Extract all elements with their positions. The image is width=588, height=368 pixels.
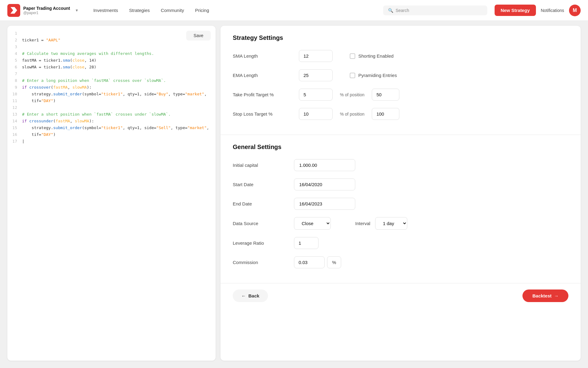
- commission-pct: %: [327, 256, 341, 268]
- notifications-button[interactable]: Notifications: [541, 8, 564, 13]
- commission-row: Commission %: [233, 256, 568, 268]
- code-line: 11 tif="DAY"): [7, 98, 216, 105]
- pyramiding-checkbox[interactable]: [350, 73, 355, 78]
- take-profit-pos-input[interactable]: [372, 89, 399, 101]
- backtest-button[interactable]: Backtest →: [522, 289, 568, 302]
- start-date-row: Start Date: [233, 178, 568, 190]
- leverage-input[interactable]: [294, 237, 318, 249]
- stop-loss-pct-label: % of position: [340, 112, 364, 117]
- code-line: 3: [7, 44, 216, 51]
- data-source-select[interactable]: Close Open High Low: [294, 217, 331, 230]
- code-line: 15 strategy.submit_order(symbol="ticker1…: [7, 125, 216, 132]
- end-date-row: End Date: [233, 198, 568, 210]
- logo-wrap: Paper Trading Account @paper1 ▼: [7, 4, 79, 17]
- code-line: 9 if crossover(fastMA, slowMA):: [7, 85, 216, 91]
- code-line: 14 if crossunder(fastMA, slowMA):: [7, 118, 216, 125]
- save-button[interactable]: Save: [186, 31, 211, 40]
- code-line: 10 strategy.submit_order(symbol="ticker1…: [7, 91, 216, 98]
- new-strategy-button[interactable]: New Strategy: [495, 5, 536, 16]
- nav-investments[interactable]: Investments: [89, 5, 123, 15]
- back-button[interactable]: ← Back: [233, 289, 268, 302]
- ema-row: EMA Length Pyramiding Entries: [233, 69, 568, 81]
- start-date-label: Start Date: [233, 182, 294, 187]
- code-editor[interactable]: 1 2 ticker1 = "AAPL" 3 4 # Calculate two…: [7, 31, 216, 145]
- stop-loss-input[interactable]: [299, 108, 333, 120]
- search-box[interactable]: 🔍 Search: [383, 6, 487, 15]
- account-info: Paper Trading Account @paper1: [23, 6, 70, 15]
- sma-row: SMA Length Shorting Enabled: [233, 50, 568, 62]
- back-arrow-icon: ←: [241, 293, 246, 298]
- ema-input[interactable]: [299, 69, 333, 81]
- start-date-input[interactable]: [294, 178, 355, 190]
- code-line: 2 ticker1 = "AAPL": [7, 37, 216, 44]
- account-name: Paper Trading Account: [23, 6, 70, 11]
- backtest-arrow-icon: →: [554, 293, 559, 298]
- code-line: 5 fastMA = ticker1.sma(close, 14): [7, 58, 216, 64]
- leverage-label: Leverage Ratio: [233, 240, 294, 246]
- initial-capital-input[interactable]: [294, 159, 355, 171]
- header: Paper Trading Account @paper1 ▼ Investme…: [0, 0, 588, 21]
- code-line: 12: [7, 105, 216, 112]
- shorting-label: Shorting Enabled: [358, 53, 394, 59]
- code-line: 4 # Calculate two moving averages with d…: [7, 51, 216, 58]
- sma-input[interactable]: [299, 50, 333, 62]
- bottom-bar: ← Back Backtest →: [221, 283, 581, 311]
- search-placeholder: Search: [396, 8, 409, 13]
- main-wrap: Save 1 2 ticker1 = "AAPL" 3 4 # Calculat…: [0, 0, 588, 368]
- leverage-row: Leverage Ratio: [233, 237, 568, 249]
- take-profit-label: Take Profit Target %: [233, 92, 294, 97]
- main-nav: Investments Strategies Community Pricing: [89, 5, 214, 15]
- search-icon: 🔍: [388, 8, 393, 13]
- sma-label: SMA Length: [233, 53, 294, 59]
- account-sub: @paper1: [23, 11, 70, 15]
- interval-label: Interval: [355, 221, 370, 226]
- code-line: 7: [7, 71, 216, 78]
- general-settings-title: General Settings: [233, 144, 568, 151]
- general-settings-section: General Settings Initial capital Start D…: [221, 135, 581, 283]
- take-profit-row: Take Profit Target % % of position: [233, 89, 568, 101]
- code-line: 13 # Enter a short position when `fastMA…: [7, 112, 216, 118]
- shorting-group: Shorting Enabled: [350, 53, 394, 59]
- end-date-label: End Date: [233, 201, 294, 206]
- avatar[interactable]: M: [569, 5, 581, 16]
- code-line: 16 tif="DAY"): [7, 132, 216, 139]
- commission-input[interactable]: [294, 256, 325, 268]
- commission-label: Commission: [233, 260, 294, 265]
- code-line: 6 slowMA = ticker1.sma(close, 28): [7, 64, 216, 71]
- settings-panel: Strategy Settings SMA Length Shorting En…: [221, 26, 581, 361]
- nav-pricing[interactable]: Pricing: [190, 5, 214, 15]
- stop-loss-label: Stop Loss Target %: [233, 111, 294, 117]
- end-date-input[interactable]: [294, 198, 355, 210]
- code-line: 1: [7, 31, 216, 37]
- nav-strategies[interactable]: Strategies: [124, 5, 155, 15]
- data-source-row: Data Source Close Open High Low Interval…: [233, 217, 568, 230]
- initial-capital-row: Initial capital: [233, 159, 568, 171]
- interval-select[interactable]: 1 day 1 hour 5 min: [375, 217, 407, 230]
- code-line: 8 # Enter a long position when `fastMA` …: [7, 78, 216, 85]
- nav-community[interactable]: Community: [156, 5, 189, 15]
- take-profit-pct-label: % of position: [340, 92, 364, 97]
- strategy-settings-title: Strategy Settings: [233, 34, 568, 41]
- chevron-down-icon[interactable]: ▼: [75, 8, 79, 13]
- stop-loss-row: Stop Loss Target % % of position: [233, 108, 568, 120]
- take-profit-input[interactable]: [299, 89, 333, 101]
- pyramiding-group: Pyramiding Entries: [350, 73, 397, 78]
- back-label: Back: [248, 293, 259, 298]
- logo-icon: [7, 4, 20, 17]
- strategy-settings-section: Strategy Settings SMA Length Shorting En…: [221, 26, 581, 135]
- pyramiding-label: Pyramiding Entries: [358, 73, 397, 78]
- header-right: New Strategy Notifications M: [495, 5, 581, 16]
- editor-panel: Save 1 2 ticker1 = "AAPL" 3 4 # Calculat…: [7, 26, 216, 361]
- data-source-label: Data Source: [233, 221, 294, 226]
- initial-capital-label: Initial capital: [233, 163, 294, 168]
- code-line: 17 |: [7, 139, 216, 145]
- ema-label: EMA Length: [233, 73, 294, 78]
- shorting-checkbox[interactable]: [350, 53, 355, 59]
- stop-loss-pos-input[interactable]: [372, 108, 399, 120]
- backtest-label: Backtest: [532, 293, 552, 298]
